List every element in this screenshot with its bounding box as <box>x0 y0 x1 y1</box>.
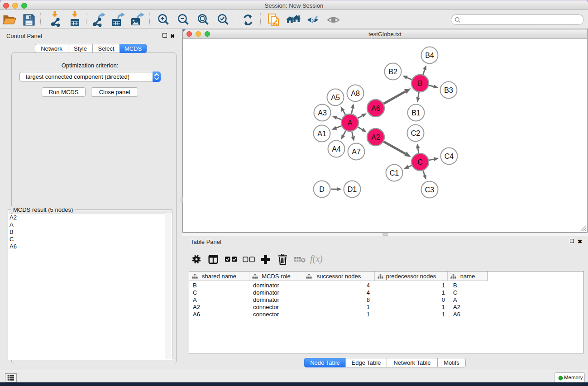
svg-text:C: C <box>417 158 423 166</box>
svg-text:B2: B2 <box>388 68 397 76</box>
svg-text:A8: A8 <box>351 90 360 97</box>
svg-text:C1: C1 <box>390 169 399 177</box>
svg-text:A6: A6 <box>371 105 380 112</box>
svg-text:A3: A3 <box>318 109 327 117</box>
svg-text:C2: C2 <box>411 129 421 137</box>
svg-text:D: D <box>319 186 325 193</box>
svg-text:A4: A4 <box>332 145 341 153</box>
svg-text:A5: A5 <box>331 94 340 101</box>
svg-text:A2: A2 <box>371 133 380 141</box>
svg-text:C3: C3 <box>425 186 435 194</box>
svg-text:A1: A1 <box>317 130 326 138</box>
svg-text:A7: A7 <box>352 148 361 156</box>
svg-text:B1: B1 <box>411 109 421 117</box>
svg-text:B: B <box>418 80 423 87</box>
svg-text:A: A <box>348 119 353 127</box>
svg-text:B4: B4 <box>425 52 434 59</box>
svg-text:B3: B3 <box>444 86 453 94</box>
svg-text:C4: C4 <box>445 152 454 160</box>
svg-text:D1: D1 <box>348 186 357 193</box>
